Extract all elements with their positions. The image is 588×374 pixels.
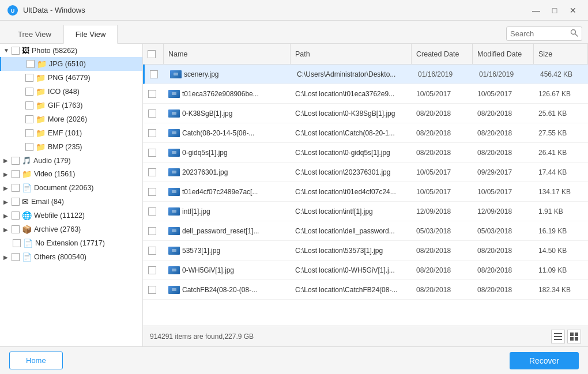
- table-row[interactable]: t01eca3762e908906be... C:\Lost location\…: [143, 84, 588, 104]
- recover-button[interactable]: Recover: [510, 352, 579, 369]
- table-row[interactable]: CatchFB24(08-20-(08-... C:\Lost location…: [143, 280, 588, 300]
- table-row[interactable]: scenery.jpg C:\Users\Administrator\Deskt…: [143, 65, 588, 84]
- arrow-icon: ▶: [3, 226, 12, 233]
- file-size: 14.50 KB: [534, 247, 588, 255]
- row-checkbox-cell[interactable]: [143, 286, 164, 294]
- row-checkbox[interactable]: [150, 70, 158, 78]
- file-path: C:\Lost location\CatchFB24(08-...: [291, 286, 412, 294]
- row-checkbox[interactable]: [148, 188, 156, 196]
- table-row[interactable]: dell_password_reset[1]... C:\Lost locati…: [143, 221, 588, 241]
- maximize-button[interactable]: □: [546, 3, 563, 17]
- row-checkbox-cell[interactable]: [143, 227, 164, 235]
- sidebar-item-archive[interactable]: ▶ 📦 Archive (2763): [0, 222, 142, 236]
- sidebar-item-photo[interactable]: ▼ 🖼 Photo (58262): [0, 44, 142, 57]
- webfile-checkbox[interactable]: [12, 211, 20, 220]
- row-checkbox[interactable]: [148, 227, 156, 235]
- tab-file-view[interactable]: File View: [63, 25, 118, 44]
- row-checkbox[interactable]: [148, 207, 156, 216]
- row-checkbox-cell[interactable]: [143, 207, 164, 216]
- sidebar-item-label: Email (84): [31, 198, 64, 206]
- sidebar-item-jpg[interactable]: 📁 JPG (6510): [0, 57, 142, 71]
- photo-checkbox[interactable]: [12, 47, 20, 55]
- row-checkbox[interactable]: [148, 247, 156, 255]
- gif-checkbox[interactable]: [25, 101, 33, 109]
- sidebar-item-webfile[interactable]: ▶ 🌐 Webfile (11122): [0, 209, 142, 222]
- sidebar-item-ico[interactable]: 📁 ICO (848): [0, 85, 142, 99]
- emf-checkbox[interactable]: [25, 129, 33, 137]
- file-size: 182.34 KB: [534, 286, 588, 294]
- sidebar-item-emf[interactable]: 📁 EMF (101): [0, 126, 142, 140]
- sidebar-item-label: More (2026): [48, 115, 87, 123]
- file-size: 456.42 KB: [536, 70, 588, 78]
- row-checkbox-cell[interactable]: [143, 188, 164, 196]
- table-row[interactable]: 0-gidq5s[1].jpg C:\Lost location\0-gidq5…: [143, 143, 588, 163]
- home-button[interactable]: Home: [9, 352, 63, 369]
- sidebar-item-others[interactable]: ▶ 📄 Others (800540): [0, 250, 142, 264]
- file-modified: 08/20/2018: [473, 109, 534, 118]
- file-created: 05/03/2018: [412, 227, 473, 235]
- table-row[interactable]: 0-K38SgB[1].jpg C:\Lost location\0-K38Sg…: [143, 104, 588, 123]
- table-row[interactable]: Catch(08-20-14-5(08-... C:\Lost location…: [143, 123, 588, 143]
- row-checkbox-cell[interactable]: [143, 109, 164, 118]
- file-thumbnail: [168, 168, 180, 176]
- sidebar-item-more[interactable]: 📁 More (2026): [0, 112, 142, 126]
- view-icons[interactable]: [551, 330, 581, 343]
- row-checkbox-cell[interactable]: [143, 168, 164, 176]
- select-all-checkbox[interactable]: [148, 50, 156, 58]
- audio-icon: 🎵: [22, 156, 31, 165]
- row-checkbox-cell[interactable]: [145, 70, 165, 78]
- row-checkbox[interactable]: [148, 149, 156, 157]
- row-checkbox-cell[interactable]: [143, 90, 164, 98]
- sidebar-item-audio[interactable]: ▶ 🎵 Audio (179): [0, 154, 142, 167]
- row-checkbox-cell[interactable]: [143, 149, 164, 157]
- row-checkbox[interactable]: [148, 266, 156, 274]
- file-created: 08/20/2018: [412, 109, 473, 118]
- window-controls[interactable]: — □ ✕: [528, 3, 581, 17]
- table-row[interactable]: intf[1].jpg C:\Lost location\intf[1].jpg…: [143, 202, 588, 221]
- sidebar-item-gif[interactable]: 📁 GIF (1763): [0, 99, 142, 112]
- row-checkbox-cell[interactable]: [143, 266, 164, 274]
- sidebar-item-bmp[interactable]: 📁 BMP (235): [0, 140, 142, 154]
- video-checkbox[interactable]: [12, 170, 20, 178]
- search-box[interactable]: [506, 27, 582, 41]
- sidebar-item-document[interactable]: ▶ 📄 Document (22063): [0, 181, 142, 195]
- tab-tree-view[interactable]: Tree View: [6, 25, 63, 44]
- bmp-checkbox[interactable]: [25, 143, 33, 151]
- sidebar-item-png[interactable]: 📁 PNG (46779): [0, 71, 142, 85]
- audio-checkbox[interactable]: [12, 157, 20, 165]
- archive-checkbox[interactable]: [12, 225, 20, 233]
- table-row[interactable]: 0-WH5GiV[1].jpg C:\Lost location\0-WH5Gi…: [143, 260, 588, 280]
- row-checkbox[interactable]: [148, 286, 156, 294]
- row-checkbox[interactable]: [148, 129, 156, 137]
- email-checkbox[interactable]: [12, 198, 20, 206]
- file-path: C:\Lost location\intf[1].jpg: [291, 207, 412, 216]
- header-checkbox-cell[interactable]: [143, 44, 164, 64]
- others-checkbox[interactable]: [12, 253, 20, 261]
- row-checkbox[interactable]: [148, 168, 156, 176]
- grid-view-icon[interactable]: [567, 330, 581, 343]
- sidebar-item-noext[interactable]: 📄 No Extension (17717): [0, 236, 142, 250]
- minimize-button[interactable]: —: [528, 3, 544, 17]
- document-checkbox[interactable]: [12, 184, 20, 192]
- more-checkbox[interactable]: [25, 115, 33, 123]
- jpg-checkbox[interactable]: [27, 60, 35, 68]
- file-created: 10/05/2017: [412, 188, 473, 196]
- sidebar-item-email[interactable]: ▶ ✉ Email (84): [0, 195, 142, 209]
- sidebar-item-video[interactable]: ▶ 📁 Video (1561): [0, 167, 142, 181]
- noext-checkbox[interactable]: [13, 239, 21, 247]
- row-checkbox-cell[interactable]: [143, 247, 164, 255]
- file-thumbnail: [168, 129, 180, 137]
- gif-folder-icon: 📁: [36, 101, 46, 110]
- list-view-icon[interactable]: [551, 330, 565, 343]
- search-input[interactable]: [510, 29, 568, 38]
- table-row[interactable]: t01ed4cf07c2489e7ac[... C:\Lost location…: [143, 182, 588, 202]
- png-checkbox[interactable]: [25, 74, 33, 82]
- table-row[interactable]: 53573[1].jpg C:\Lost location\53573[1].j…: [143, 241, 588, 260]
- ico-checkbox[interactable]: [25, 88, 33, 96]
- row-checkbox[interactable]: [148, 90, 156, 98]
- table-row[interactable]: 202376301.jpg C:\Lost location\202376301…: [143, 163, 588, 182]
- row-checkbox[interactable]: [148, 109, 156, 118]
- row-checkbox-cell[interactable]: [143, 129, 164, 137]
- file-modified: 05/03/2018: [473, 227, 534, 235]
- close-button[interactable]: ✕: [565, 3, 581, 17]
